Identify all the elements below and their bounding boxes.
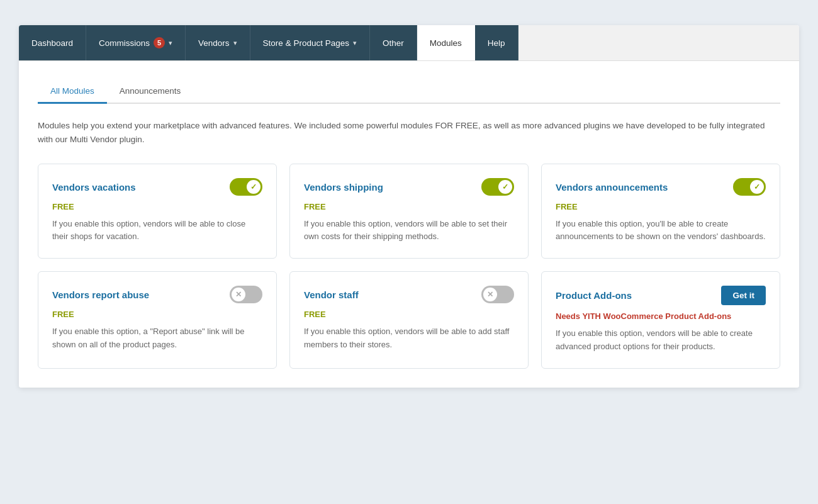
- nav-label-help: Help: [488, 38, 505, 48]
- card-desc-announcements: If you enable this option, you'll be abl…: [556, 218, 766, 243]
- nav-label-dashboard: Dashboard: [31, 38, 73, 48]
- nav-item-help[interactable]: Help: [475, 25, 518, 60]
- nav-item-other[interactable]: Other: [370, 25, 417, 60]
- card-desc-vendor-staff: If you enable this option, vendors will …: [304, 325, 514, 350]
- card-header-vendor-staff: Vendor staff ✕: [304, 286, 514, 303]
- card-desc-vacations: If you enable this option, vendors will …: [52, 218, 262, 243]
- nav-label-commissions: Commissions: [99, 38, 150, 48]
- nav-item-commissions[interactable]: Commissions 5 ▾: [86, 25, 186, 60]
- module-card-vendors-report-abuse: Vendors report abuse ✕ FREE If you enabl…: [38, 271, 277, 368]
- module-card-vendor-staff: Vendor staff ✕ FREE If you enable this o…: [289, 271, 529, 368]
- card-header-product-add-ons: Product Add-ons Get it: [556, 286, 766, 305]
- badge-free-vacations: FREE: [52, 202, 262, 211]
- commissions-badge: 5: [154, 37, 165, 48]
- toggle-track-off: ✕: [481, 286, 514, 303]
- toggle-vendor-staff[interactable]: ✕: [481, 286, 514, 303]
- toggle-thumb: ✕: [483, 288, 497, 301]
- card-title-vendors-announcements: Vendors announcements: [556, 182, 668, 193]
- nav-item-dashboard[interactable]: Dashboard: [19, 25, 86, 60]
- toggle-vendors-report-abuse[interactable]: ✕: [230, 286, 262, 303]
- card-desc-report-abuse: If you enable this option, a "Report abu…: [52, 325, 262, 350]
- page-description: Modules help you extend your marketplace…: [38, 119, 780, 146]
- card-header-vendors-report-abuse: Vendors report abuse ✕: [52, 286, 262, 303]
- module-card-vendors-announcements: Vendors announcements ✓ FREE If you enab…: [541, 164, 780, 259]
- badge-free-shipping: FREE: [304, 202, 514, 211]
- nav-label-vendors: Vendors: [198, 38, 230, 48]
- toggle-track-on: ✓: [230, 178, 262, 196]
- card-title-product-add-ons: Product Add-ons: [556, 290, 632, 301]
- modules-grid: Vendors vacations ✓ FREE If you enable t…: [38, 164, 780, 369]
- tabs-container: All Modules Announcements: [38, 80, 780, 104]
- card-desc-shipping: If you enable this option, vendors will …: [304, 218, 514, 243]
- module-card-vendors-shipping: Vendors shipping ✓ FREE If you enable th…: [289, 164, 529, 259]
- card-title-vendor-staff: Vendor staff: [304, 289, 359, 300]
- badge-free-announcements: FREE: [556, 202, 766, 211]
- card-desc-product-add-ons: If you enable this option, vendors will …: [556, 327, 766, 352]
- module-card-vendors-vacations: Vendors vacations ✓ FREE If you enable t…: [38, 164, 277, 259]
- toggle-thumb: ✓: [498, 180, 512, 194]
- nav-bar: Dashboard Commissions 5 ▾ Vendors ▾ Stor…: [19, 25, 799, 61]
- commissions-chevron-icon: ▾: [169, 39, 172, 47]
- content-area: All Modules Announcements Modules help y…: [19, 61, 799, 388]
- toggle-thumb: ✓: [247, 180, 261, 194]
- module-card-product-add-ons: Product Add-ons Get it Needs YITH WooCom…: [541, 271, 780, 368]
- card-header-vendors-shipping: Vendors shipping ✓: [304, 178, 514, 196]
- tab-announcements[interactable]: Announcements: [107, 80, 194, 104]
- toggle-track-on: ✓: [733, 178, 766, 196]
- get-it-button[interactable]: Get it: [721, 286, 766, 305]
- store-chevron-icon: ▾: [353, 39, 357, 47]
- card-header-vendors-announcements: Vendors announcements ✓: [556, 178, 766, 196]
- nav-label-modules: Modules: [430, 38, 462, 48]
- nav-item-store-product-pages[interactable]: Store & Product Pages ▾: [250, 25, 370, 60]
- nav-label-other: Other: [383, 38, 404, 48]
- toggle-vendors-announcements[interactable]: ✓: [733, 178, 766, 196]
- card-title-vendors-shipping: Vendors shipping: [304, 182, 383, 193]
- toggle-vendors-vacations[interactable]: ✓: [230, 178, 262, 196]
- nav-item-modules[interactable]: Modules: [417, 25, 475, 60]
- card-title-vendors-report-abuse: Vendors report abuse: [52, 289, 149, 300]
- card-title-vendors-vacations: Vendors vacations: [52, 182, 136, 193]
- toggle-track-on: ✓: [481, 178, 514, 196]
- toggle-track-off: ✕: [230, 286, 262, 303]
- badge-free-vendor-staff: FREE: [304, 310, 514, 319]
- badge-free-report-abuse: FREE: [52, 310, 262, 319]
- main-container: Dashboard Commissions 5 ▾ Vendors ▾ Stor…: [19, 25, 799, 388]
- vendors-chevron-icon: ▾: [233, 39, 237, 47]
- toggle-thumb: ✕: [232, 288, 245, 301]
- needs-plugin-label: Needs YITH WooCommerce Product Add-ons: [556, 311, 766, 321]
- nav-label-store-product-pages: Store & Product Pages: [263, 38, 349, 48]
- tab-all-modules[interactable]: All Modules: [38, 80, 107, 104]
- toggle-vendors-shipping[interactable]: ✓: [481, 178, 514, 196]
- toggle-thumb: ✓: [750, 180, 764, 194]
- nav-item-vendors[interactable]: Vendors ▾: [186, 25, 250, 60]
- card-header-vendors-vacations: Vendors vacations ✓: [52, 178, 262, 196]
